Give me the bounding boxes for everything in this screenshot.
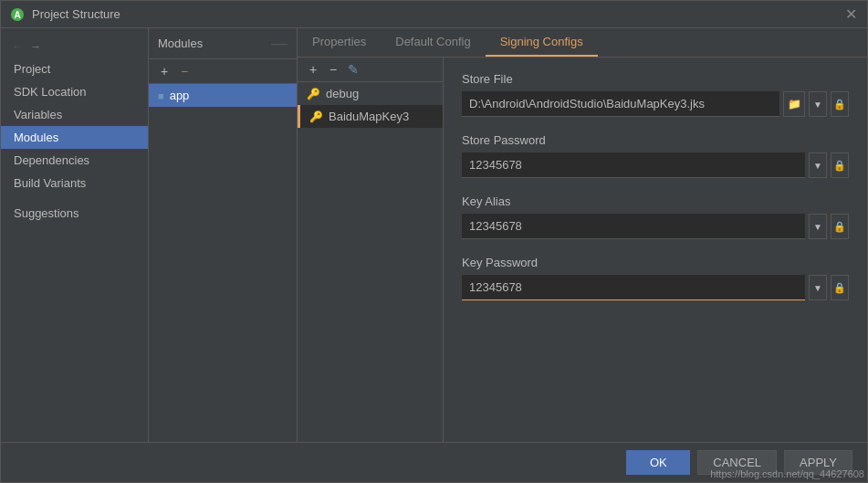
key-alias-group: Key Alias ▼ 🔒	[462, 194, 849, 239]
module-item-app[interactable]: ■ app	[149, 84, 297, 107]
key-alias-input[interactable]	[462, 214, 805, 239]
sidebar-item-suggestions[interactable]: Suggestions	[1, 202, 148, 225]
dialog-body: ← → Project SDK Location Variables Modul…	[1, 28, 867, 442]
modules-title: Modules	[158, 37, 203, 50]
key-password-label: Key Password	[462, 256, 849, 269]
config-list: 🔑 debug 🔑 BaiduMapKey3	[298, 82, 443, 442]
store-password-input-row: ▼ 🔒	[462, 152, 849, 178]
svg-text:A: A	[14, 10, 20, 20]
store-file-input-row: 📁 ▼ 🔒	[462, 91, 849, 117]
config-debug-label: debug	[326, 87, 359, 100]
sidebar-divider	[1, 194, 148, 202]
title-bar-left: A Project Structure	[10, 7, 120, 22]
module-label: app	[170, 89, 190, 102]
sidebar-item-sdk-location[interactable]: SDK Location	[1, 80, 148, 103]
ok-button[interactable]: OK	[626, 450, 690, 475]
modules-toolbar-row: + −	[149, 59, 297, 84]
watermark: https://blog.csdn.net/qq_44627608	[710, 468, 864, 479]
tab-signing-configs[interactable]: Signing Configs	[486, 28, 598, 57]
modules-header: Modules —	[149, 28, 297, 59]
sidebar-item-dependencies[interactable]: Dependencies	[1, 149, 148, 172]
content-panels: Modules — + − ■ app	[149, 28, 867, 442]
dialog-title: Project Structure	[32, 7, 120, 21]
right-panel: Properties Default Config Signing Config…	[298, 28, 867, 442]
config-list-panel: + − ✎ 🔑 debug 🔑 BaiduMapKey3	[298, 58, 444, 442]
app-icon: A	[10, 7, 25, 22]
key-alias-input-row: ▼ 🔒	[462, 214, 849, 239]
key-alias-secure-button[interactable]: 🔒	[831, 214, 849, 239]
store-password-label: Store Password	[462, 133, 849, 147]
key-icon-2: 🔑	[309, 110, 323, 123]
modules-list: ■ app	[149, 84, 297, 442]
store-password-input[interactable]	[462, 152, 805, 178]
sidebar-item-variables[interactable]: Variables	[1, 103, 148, 126]
key-alias-dropdown-button[interactable]: ▼	[809, 214, 827, 239]
store-file-label: Store File	[462, 72, 849, 86]
tabs-bar: Properties Default Config Signing Config…	[298, 28, 867, 58]
tab-default-config[interactable]: Default Config	[381, 28, 485, 57]
config-baidumapkey3-label: BaiduMapKey3	[329, 110, 409, 123]
store-password-group: Store Password ▼ 🔒	[462, 133, 849, 178]
config-add-button[interactable]: +	[305, 61, 321, 78]
modules-panel: Modules — + − ■ app	[149, 28, 298, 442]
project-structure-dialog: A Project Structure ✕ ← → Project SDK Lo…	[0, 0, 868, 483]
store-file-dropdown-button[interactable]: ▼	[809, 91, 827, 117]
tab-properties[interactable]: Properties	[298, 28, 381, 57]
config-form: Store File 📁 ▼ 🔒 Store Password	[444, 58, 867, 442]
modules-add-button[interactable]: +	[156, 63, 173, 79]
sidebar-item-project[interactable]: Project	[1, 58, 148, 80]
store-file-group: Store File 📁 ▼ 🔒	[462, 72, 849, 117]
store-file-browse-button[interactable]: 📁	[783, 91, 805, 117]
close-icon[interactable]: ✕	[843, 7, 858, 22]
title-bar: A Project Structure ✕	[1, 1, 867, 28]
key-icon: 🔑	[307, 88, 320, 100]
minus-icon: —	[271, 34, 288, 53]
modules-remove-button[interactable]: −	[176, 63, 193, 79]
store-password-secure-button[interactable]: 🔒	[831, 152, 849, 178]
key-password-secure-button[interactable]: 🔒	[831, 275, 849, 300]
nav-forward-icon[interactable]: →	[28, 39, 43, 54]
key-password-group: Key Password ▼ 🔒	[462, 256, 849, 300]
config-panel: + − ✎ 🔑 debug 🔑 BaiduMapKey3	[298, 58, 867, 442]
config-item-debug[interactable]: 🔑 debug	[298, 82, 443, 105]
sidebar-item-modules[interactable]: Modules	[1, 126, 148, 149]
store-file-secure-button[interactable]: 🔒	[831, 91, 849, 117]
config-list-toolbar: + − ✎	[298, 58, 443, 82]
store-password-dropdown-button[interactable]: ▼	[809, 152, 827, 178]
config-item-baidumapkey3[interactable]: 🔑 BaiduMapKey3	[298, 105, 443, 128]
key-alias-label: Key Alias	[462, 194, 849, 208]
sidebar-nav-row: ← →	[1, 36, 148, 58]
key-password-input[interactable]	[462, 275, 805, 300]
module-icon: ■	[158, 90, 164, 101]
sidebar-item-build-variants[interactable]: Build Variants	[1, 172, 148, 194]
config-edit-button[interactable]: ✎	[345, 61, 361, 78]
config-remove-button[interactable]: −	[325, 61, 341, 78]
store-file-input[interactable]	[462, 91, 779, 117]
nav-back-icon[interactable]: ←	[10, 39, 25, 54]
sidebar: ← → Project SDK Location Variables Modul…	[1, 28, 149, 442]
key-password-input-row: ▼ 🔒	[462, 275, 849, 300]
key-password-dropdown-button[interactable]: ▼	[809, 275, 827, 300]
